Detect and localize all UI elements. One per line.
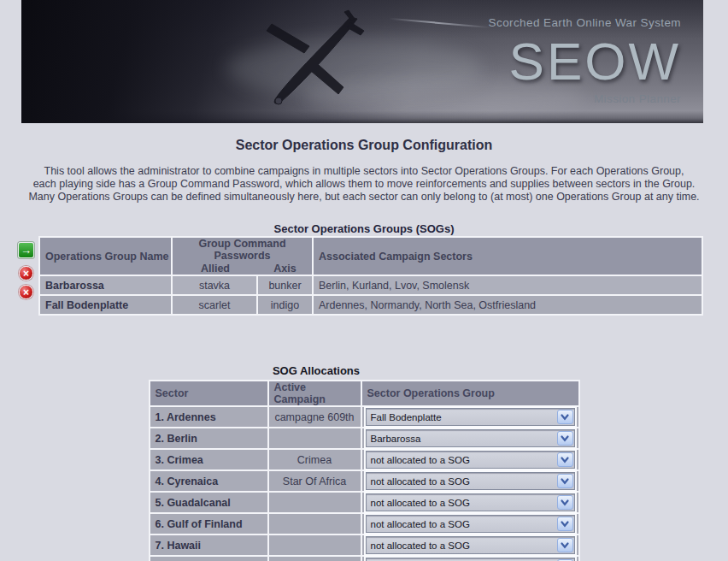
contrail bbox=[389, 18, 491, 28]
sog-select[interactable]: not allocated to a SOG bbox=[366, 451, 575, 469]
active-campaign bbox=[269, 535, 361, 555]
chevron-down-icon bbox=[561, 435, 569, 442]
sog-select-value: not allocated to a SOG bbox=[371, 519, 470, 529]
passwords-header-label: Group Command Passwords bbox=[173, 238, 312, 262]
axis-password: bunker bbox=[258, 276, 312, 294]
column-header-allied: Allied bbox=[173, 263, 258, 275]
active-campaign: Crimea bbox=[269, 450, 361, 469]
active-campaign bbox=[269, 557, 361, 561]
active-campaign: campagne 609th bbox=[269, 407, 361, 427]
table-row: 4. Cyrenaica Star Of Africa not allocate… bbox=[150, 471, 578, 491]
sector-name: 7. Hawaii bbox=[150, 535, 267, 555]
column-header-axis: Axis bbox=[258, 263, 312, 275]
active-campaign bbox=[269, 493, 361, 512]
sector-name: 6. Gulf of Finland bbox=[150, 514, 267, 534]
fighter-plane-image bbox=[222, 9, 402, 120]
sector-name: 3. Crimea bbox=[150, 450, 267, 469]
table-row: Fall Bodenplatte scarlet indigo Ardennes… bbox=[40, 296, 702, 314]
sogs-table: Operations Group Name Group Command Pass… bbox=[38, 236, 703, 316]
allied-password: stavka bbox=[173, 276, 256, 294]
column-header-passwords: Group Command Passwords Allied Axis bbox=[173, 238, 312, 275]
page-description: This tool allows the administrator to co… bbox=[0, 165, 728, 204]
arrow-right-icon: → bbox=[21, 245, 32, 256]
table-row: 2. Berlin Barbarossa bbox=[150, 428, 578, 448]
table-row: 6. Gulf of Finland not allocated to a SO… bbox=[150, 514, 578, 534]
sector-name: 2. Berlin bbox=[150, 428, 267, 448]
chevron-down-icon bbox=[561, 499, 569, 506]
sog-select[interactable]: not allocated to a SOG bbox=[366, 472, 575, 490]
sog-select-value: Fall Bodenplatte bbox=[371, 412, 442, 422]
sog-select-value: not allocated to a SOG bbox=[371, 498, 470, 508]
sogs-table-heading: Sector Operations Groups (SOGs) bbox=[0, 222, 728, 235]
sog-select-value: not allocated to a SOG bbox=[371, 540, 470, 551]
dropdown-arrow-button[interactable] bbox=[557, 517, 573, 531]
banner-subtitle: Mission Planner bbox=[489, 92, 681, 105]
chevron-down-icon bbox=[561, 521, 569, 528]
sog-select[interactable]: not allocated to a SOG bbox=[366, 558, 575, 561]
sogs-table-section: → × × Operations Group Name Group Comman… bbox=[17, 236, 703, 316]
sog-select-value: not allocated to a SOG bbox=[371, 455, 470, 465]
table-row: 7. Hawaii not allocated to a SOG bbox=[150, 535, 578, 555]
table-row: 1. Ardennes campagne 609th Fall Bodenpla… bbox=[150, 407, 578, 427]
sog-name: Fall Bodenplatte bbox=[40, 296, 171, 314]
column-header-active-campaign: Active Campaign bbox=[269, 381, 361, 405]
column-header-sog: Sector Operations Group bbox=[362, 381, 578, 405]
dropdown-arrow-button[interactable] bbox=[557, 431, 573, 446]
system-name: Scorched Earth Online War System bbox=[489, 16, 681, 29]
column-header-sector: Sector bbox=[150, 381, 267, 405]
column-header-sectors: Associated Campaign Sectors bbox=[314, 238, 702, 275]
allocations-heading: SOG Allocations bbox=[101, 364, 532, 377]
sog-select-value: not allocated to a SOG bbox=[371, 476, 470, 487]
add-sog-button[interactable]: → bbox=[18, 242, 34, 258]
associated-sectors: Ardennes, Normandy, North Sea, Ostfriesl… bbox=[314, 296, 702, 314]
chevron-down-icon bbox=[561, 414, 569, 421]
sog-select[interactable]: Fall Bodenplatte bbox=[366, 408, 575, 426]
table-row: 5. Guadalcanal not allocated to a SOG bbox=[150, 493, 578, 512]
table-row: Barbarossa stavka bunker Berlin, Kurland… bbox=[40, 276, 702, 294]
sector-name: 8. Imphal bbox=[150, 557, 267, 561]
description-line: Many Operations Groups can be defined si… bbox=[0, 191, 728, 204]
table-row: 3. Crimea Crimea not allocated to a SOG bbox=[150, 450, 578, 469]
chevron-down-icon bbox=[561, 478, 569, 485]
allocations-header-row: Sector Active Campaign Sector Operations… bbox=[150, 381, 578, 405]
column-header-group-name: Operations Group Name bbox=[40, 238, 171, 275]
description-line: This tool allows the administrator to co… bbox=[0, 165, 728, 178]
dropdown-arrow-button[interactable] bbox=[557, 410, 573, 424]
associated-sectors: Berlin, Kurland, Lvov, Smolensk bbox=[314, 276, 702, 294]
sogs-header-row: Operations Group Name Group Command Pass… bbox=[40, 238, 702, 275]
sector-name: 1. Ardennes bbox=[150, 407, 267, 427]
sog-select[interactable]: Barbarossa bbox=[366, 429, 575, 447]
sog-select[interactable]: not allocated to a SOG bbox=[366, 515, 575, 533]
seow-logo: SEOW bbox=[489, 34, 681, 89]
sog-select[interactable]: not allocated to a SOG bbox=[366, 493, 575, 511]
dropdown-arrow-button[interactable] bbox=[557, 452, 573, 467]
active-campaign bbox=[269, 428, 361, 448]
x-icon: × bbox=[23, 287, 29, 298]
active-campaign bbox=[269, 514, 361, 534]
chevron-down-icon bbox=[561, 457, 569, 464]
sog-select[interactable]: not allocated to a SOG bbox=[366, 536, 575, 554]
sog-name: Barbarossa bbox=[40, 276, 171, 294]
allocations-table: Sector Active Campaign Sector Operations… bbox=[149, 380, 580, 561]
sog-select-value: Barbarossa bbox=[371, 434, 421, 444]
active-campaign: Star Of Africa bbox=[269, 471, 361, 491]
page-title: Sector Operations Group Configuration bbox=[0, 138, 728, 153]
allied-password: scarlet bbox=[173, 296, 256, 314]
chevron-down-icon bbox=[561, 542, 569, 549]
delete-sog-button[interactable]: × bbox=[19, 285, 33, 299]
description-line: each playing side has a Group Command Pa… bbox=[0, 178, 728, 191]
banner: Scorched Earth Online War System SEOW Mi… bbox=[21, 0, 703, 123]
dropdown-arrow-button[interactable] bbox=[557, 495, 573, 510]
sector-name: 5. Guadalcanal bbox=[150, 493, 267, 512]
table-row: 8. Imphal not allocated to a SOG bbox=[150, 557, 578, 561]
x-icon: × bbox=[23, 269, 29, 279]
dropdown-arrow-button[interactable] bbox=[557, 538, 573, 552]
sector-name: 4. Cyrenaica bbox=[150, 471, 267, 491]
dropdown-arrow-button[interactable] bbox=[557, 474, 573, 488]
axis-password: indigo bbox=[258, 296, 312, 314]
delete-sog-button[interactable]: × bbox=[19, 266, 33, 280]
